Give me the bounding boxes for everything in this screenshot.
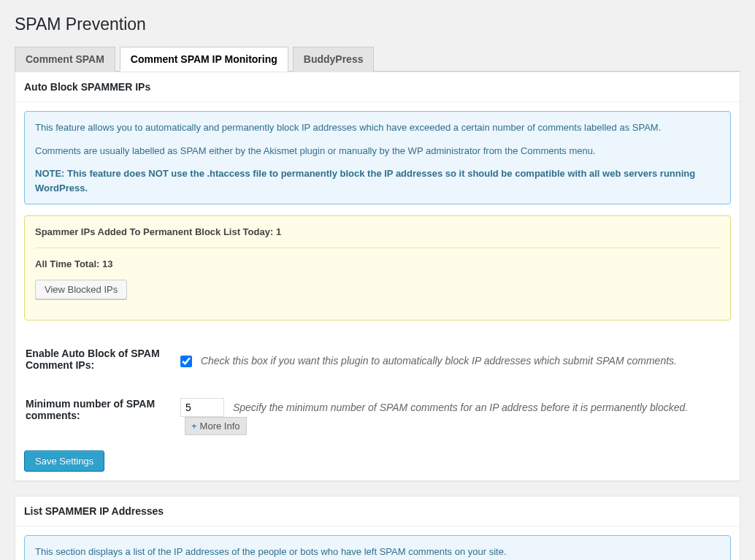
min-spam-label: Minimum number of SPAM comments: bbox=[26, 387, 172, 446]
section-auto-block: Auto Block SPAMMER IPs This feature allo… bbox=[15, 72, 740, 481]
more-info-label: More Info bbox=[200, 421, 240, 431]
stats-box: Spammer IPs Added To Permanent Block Lis… bbox=[24, 215, 731, 321]
info-text-feature: This feature allows you to automatically… bbox=[35, 120, 720, 135]
page-title: SPAM Prevention bbox=[15, 7, 740, 47]
section-list-spammer-title: List SPAMMER IP Addresses bbox=[24, 505, 731, 517]
min-spam-input[interactable] bbox=[180, 398, 224, 417]
info-text-labelling: Comments are usually labelled as SPAM ei… bbox=[35, 144, 720, 158]
tab-comment-spam[interactable]: Comment SPAM bbox=[15, 47, 115, 72]
stat-today-value: 1 bbox=[276, 226, 281, 237]
tab-buddypress[interactable]: BuddyPress bbox=[293, 47, 375, 72]
info-box-list-spammer: This section displays a list of the IP a… bbox=[24, 535, 731, 560]
more-info-button[interactable]: +More Info bbox=[185, 417, 247, 435]
section-auto-block-title: Auto Block SPAMMER IPs bbox=[24, 81, 731, 93]
view-blocked-ips-button[interactable]: View Blocked IPs bbox=[35, 280, 127, 299]
section-list-spammer: List SPAMMER IP Addresses This section d… bbox=[15, 496, 740, 560]
settings-form-table: Enable Auto Block of SPAM Comment IPs: C… bbox=[24, 335, 731, 448]
stat-alltime-label: All Time Total: bbox=[35, 258, 102, 269]
save-settings-button[interactable]: Save Settings bbox=[24, 450, 104, 472]
tab-comment-spam-ip-monitoring[interactable]: Comment SPAM IP Monitoring bbox=[120, 47, 288, 72]
plus-icon: + bbox=[191, 421, 197, 431]
enable-auto-block-desc: Check this box if you want this plugin t… bbox=[201, 355, 677, 367]
min-spam-desc: Specify the minimum number of SPAM comme… bbox=[233, 402, 688, 413]
info-list-p1: This section displays a list of the IP a… bbox=[35, 545, 720, 559]
enable-auto-block-label: Enable Auto Block of SPAM Comment IPs: bbox=[26, 337, 172, 386]
stat-alltime-value: 13 bbox=[102, 258, 112, 269]
stat-today-label: Spammer IPs Added To Permanent Block Lis… bbox=[35, 226, 276, 237]
info-box-auto-block: This feature allows you to automatically… bbox=[24, 111, 731, 204]
section-auto-block-header: Auto Block SPAMMER IPs bbox=[15, 72, 740, 102]
section-list-spammer-header: List SPAMMER IP Addresses bbox=[15, 496, 740, 526]
enable-auto-block-checkbox[interactable] bbox=[180, 356, 192, 367]
tabs-nav: Comment SPAM Comment SPAM IP Monitoring … bbox=[15, 47, 740, 72]
info-text-note: NOTE: This feature does NOT use the .hta… bbox=[35, 168, 695, 193]
